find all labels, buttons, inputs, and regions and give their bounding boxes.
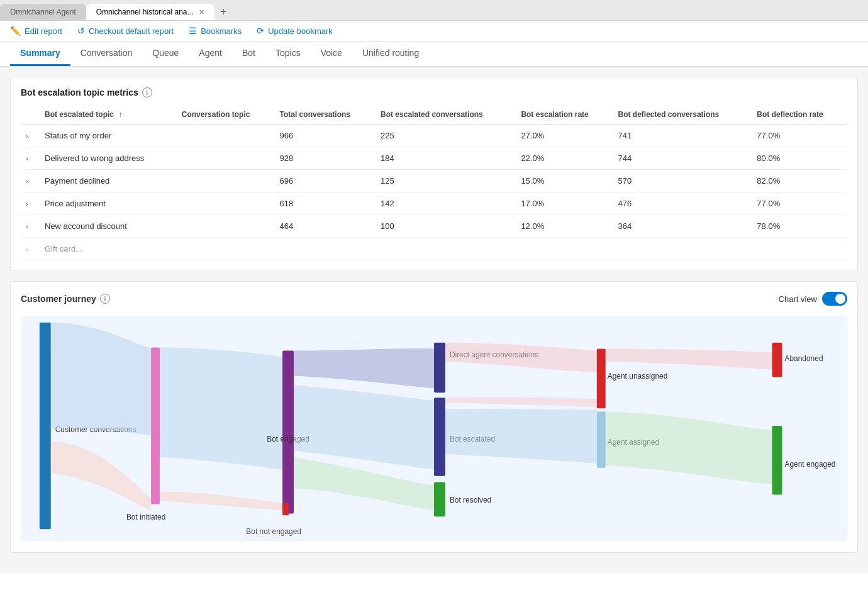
svg-rect-13 xyxy=(434,482,445,517)
svg-text:Agent unassigned: Agent unassigned xyxy=(608,372,668,381)
close-icon[interactable]: ✕ xyxy=(199,8,204,16)
total-cell: 966 xyxy=(275,125,376,147)
svg-rect-9 xyxy=(434,343,445,393)
edit-icon: ✏️ xyxy=(10,26,21,36)
tab-agent[interactable]: Agent xyxy=(189,42,232,66)
expand-cell[interactable]: › xyxy=(21,238,40,260)
expand-cell[interactable]: › xyxy=(21,170,40,192)
total-cell: 928 xyxy=(275,147,376,170)
bot-metrics-title: Bot escalation topic metrics i xyxy=(21,87,847,97)
table-row: › Delivered to wrong address 928 184 22.… xyxy=(21,147,847,170)
conversation-topic-cell xyxy=(177,215,275,238)
journey-info-icon[interactable]: i xyxy=(100,294,110,304)
expand-icon[interactable]: › xyxy=(26,223,28,230)
browser-tab-omnichannel-agent[interactable]: Omnichannel Agent xyxy=(0,4,86,20)
tab-voice[interactable]: Voice xyxy=(311,42,352,66)
refresh-icon: ↺ xyxy=(77,26,85,36)
chart-view-switch[interactable] xyxy=(822,292,847,306)
edit-report-label: Edit report xyxy=(25,26,62,36)
deflected-cell: 744 xyxy=(613,147,752,170)
update-bookmark-button[interactable]: ⟳ Update bookmark xyxy=(257,26,333,36)
checkout-report-button[interactable]: ↺ Checkout default report xyxy=(77,26,174,36)
expand-cell[interactable]: › xyxy=(21,125,40,147)
table-row: › Status of my order 966 225 27.0% 741 7… xyxy=(21,125,847,147)
svg-rect-15 xyxy=(597,349,606,409)
bot-metrics-card: Bot escalation topic metrics i Bot escal… xyxy=(10,77,858,271)
svg-rect-17 xyxy=(597,411,606,468)
expand-icon[interactable]: › xyxy=(26,132,28,140)
svg-text:Bot not engaged: Bot not engaged xyxy=(246,527,301,536)
main-content: Bot escalation topic metrics i Bot escal… xyxy=(0,67,868,573)
expand-icon[interactable]: › xyxy=(26,245,28,253)
svg-rect-7 xyxy=(282,503,289,515)
toolbar: ✏️ Edit report ↺ Checkout default report… xyxy=(0,21,868,42)
conversation-topic-cell xyxy=(177,192,275,215)
expand-cell[interactable]: › xyxy=(21,147,40,170)
checkout-report-label: Checkout default report xyxy=(89,26,174,36)
table-row: › New accound discount 464 100 12.0% 364… xyxy=(21,215,847,238)
expand-cell[interactable]: › xyxy=(21,215,40,238)
escalation-rate-cell: 12.0% xyxy=(516,215,613,238)
topic-cell: New accound discount xyxy=(40,215,177,238)
escalation-rate-cell: 17.0% xyxy=(516,192,613,215)
escalated-cell: 142 xyxy=(376,192,516,215)
col-bot-escalated-topic[interactable]: Bot escalated topic ↑ xyxy=(40,105,177,125)
escalation-rate-cell: 27.0% xyxy=(516,125,613,147)
sankey-chart: Customer conversations Bot initiated Bot… xyxy=(21,316,847,542)
svg-text:Bot resolved: Bot resolved xyxy=(450,496,491,504)
bookmark-icon: ☰ xyxy=(189,26,197,36)
tab-label: Omnichannel historical ana... xyxy=(96,8,194,16)
expand-cell[interactable]: › xyxy=(21,192,40,215)
svg-rect-19 xyxy=(772,343,782,377)
bot-metrics-table-wrapper[interactable]: Bot escalated topic ↑ Conversation topic… xyxy=(21,105,847,260)
total-cell: 696 xyxy=(275,170,376,192)
deflected-cell: 741 xyxy=(613,125,752,147)
tab-label: Omnichannel Agent xyxy=(10,8,76,16)
table-row: › Gift card... xyxy=(21,238,847,260)
tab-queue[interactable]: Queue xyxy=(142,42,189,66)
browser-tab-bar: Omnichannel Agent Omnichannel historical… xyxy=(0,0,868,21)
svg-rect-11 xyxy=(434,398,445,476)
deflection-rate-cell: 78.0% xyxy=(752,215,847,238)
bookmarks-button[interactable]: ☰ Bookmarks xyxy=(189,26,242,36)
col-total-conversations: Total conversations xyxy=(275,105,376,125)
tab-conversation[interactable]: Conversation xyxy=(70,42,143,66)
escalated-cell: 184 xyxy=(376,147,516,170)
expand-icon[interactable]: › xyxy=(26,155,28,162)
svg-text:Abandoned: Abandoned xyxy=(784,354,823,363)
svg-rect-1 xyxy=(40,323,51,530)
conversation-topic-cell xyxy=(177,170,275,192)
deflection-rate-cell: 82.0% xyxy=(752,170,847,192)
col-bot-deflected-conversations: Bot deflected conversations xyxy=(613,105,752,125)
deflection-rate-cell: 77.0% xyxy=(752,125,847,147)
escalated-cell: 225 xyxy=(376,125,516,147)
total-cell: 618 xyxy=(275,192,376,215)
table-row: › Price adjustment 618 142 17.0% 476 77.… xyxy=(21,192,847,215)
add-tab-button[interactable]: + xyxy=(214,4,233,20)
tab-topics[interactable]: Topics xyxy=(265,42,311,66)
escalated-cell: 100 xyxy=(376,215,516,238)
topic-cell: Delivered to wrong address xyxy=(40,147,177,170)
chart-view-label: Chart view xyxy=(779,294,817,304)
expand-icon[interactable]: › xyxy=(26,200,28,208)
journey-header: Customer journey i Chart view xyxy=(21,292,847,306)
sort-arrow-icon: ↑ xyxy=(118,110,122,119)
expand-icon[interactable]: › xyxy=(26,177,28,185)
conversation-topic-cell xyxy=(177,147,275,170)
tab-unified-routing[interactable]: Unified routing xyxy=(352,42,429,66)
deflection-rate-cell: 77.0% xyxy=(752,192,847,215)
info-icon[interactable]: i xyxy=(142,87,152,97)
tab-bot[interactable]: Bot xyxy=(232,42,265,66)
customer-journey-card: Customer journey i Chart view Customer c… xyxy=(10,281,858,553)
total-cell: 464 xyxy=(275,215,376,238)
edit-report-button[interactable]: ✏️ Edit report xyxy=(10,26,62,36)
browser-tab-omnichannel-historical[interactable]: Omnichannel historical ana... ✕ xyxy=(86,4,214,20)
chart-view-toggle[interactable]: Chart view xyxy=(779,292,847,306)
escalation-rate-cell: 15.0% xyxy=(516,170,613,192)
tab-summary[interactable]: Summary xyxy=(10,42,70,66)
svg-rect-21 xyxy=(772,426,782,495)
sync-icon: ⟳ xyxy=(257,26,264,36)
topic-cell: Gift card... xyxy=(40,238,177,260)
deflection-rate-cell: 80.0% xyxy=(752,147,847,170)
svg-rect-3 xyxy=(151,348,160,504)
